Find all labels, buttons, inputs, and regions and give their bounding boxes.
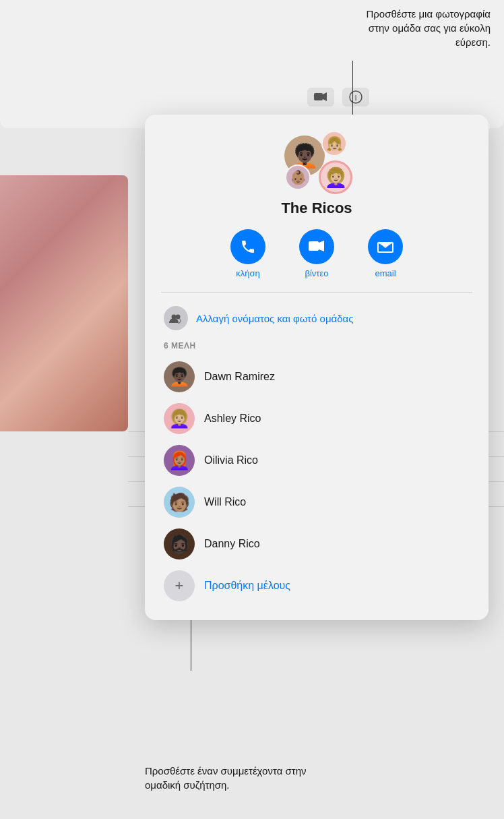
call-button[interactable]: κλήση [230, 229, 265, 278]
member-avatar-oilivia: 👩🏽‍🦰 [164, 445, 195, 476]
change-name-label: Αλλαγή ονόματος και φωτό ομάδας [196, 313, 353, 324]
toolbar: i [307, 88, 369, 107]
member-avatar-danny: 🧔🏿 [164, 528, 195, 559]
member-name-dawn: Dawn Ramirez [204, 371, 275, 383]
group-info-popup: 🧑🏿‍🦱 👧🏼 👶🏽 👩🏼‍🦱 The Ricos κλήση [145, 115, 489, 620]
member-name-will: Will Rico [204, 496, 246, 508]
member-row-danny[interactable]: 🧔🏿 Danny Rico [161, 523, 472, 565]
group-name: The Ricos [161, 200, 472, 217]
avatar-4-highlighted: 👩🏼‍🦱 [319, 160, 352, 194]
call-label: κλήση [236, 268, 259, 278]
add-member-label: Προσθήκη μέλους [204, 580, 290, 592]
svg-text:i: i [354, 92, 357, 102]
avatar-3: 👶🏽 [285, 164, 311, 190]
svg-marker-1 [323, 92, 327, 101]
member-row-oilivia[interactable]: 👩🏽‍🦰 Oilivia Rico [161, 439, 472, 481]
info-button[interactable]: i [342, 88, 369, 107]
group-avatar-cluster: 🧑🏿‍🦱 👧🏼 👶🏽 👩🏼‍🦱 [161, 131, 472, 191]
add-member-icon: + [164, 570, 195, 601]
video-label: βίντεο [305, 268, 328, 278]
video-button[interactable]: βίντεο [299, 229, 334, 278]
member-row-dawn[interactable]: 🧑🏿‍🦱 Dawn Ramirez [161, 356, 472, 398]
email-button[interactable]: email [368, 229, 403, 278]
member-avatar-will: 🧑🏽 [164, 487, 195, 518]
svg-rect-0 [314, 93, 323, 100]
add-member-row[interactable]: + Προσθήκη μέλους [161, 565, 472, 607]
email-icon-circle [368, 229, 403, 264]
video-call-button[interactable] [307, 88, 334, 107]
avatar-cluster-inner: 🧑🏿‍🦱 👧🏼 👶🏽 👩🏼‍🦱 [280, 131, 354, 191]
annotation-bottom: Προσθέστε έναν συμμετέχοντα στην ομαδική… [145, 764, 307, 792]
member-row-ashley[interactable]: 👩🏼‍🦱 Ashley Rico [161, 398, 472, 439]
member-name-danny: Danny Rico [204, 538, 260, 550]
member-row-will[interactable]: 🧑🏽 Will Rico [161, 481, 472, 523]
member-avatar-dawn: 🧑🏿‍🦱 [164, 361, 195, 392]
member-name-oilivia: Oilivia Rico [204, 454, 258, 466]
background-photo [0, 175, 128, 431]
call-icon-circle [230, 229, 265, 264]
annotation-top: Προσθέστε μια φωτογραφία στην ομάδα σας … [356, 7, 491, 49]
avatar-2: 👧🏼 [321, 131, 347, 156]
change-group-name-row[interactable]: Αλλαγή ονόματος και φωτό ομάδας [161, 301, 472, 336]
member-avatar-ashley: 👩🏼‍🦱 [164, 403, 195, 434]
group-icon [164, 306, 188, 330]
action-buttons-row: κλήση βίντεο email [161, 229, 472, 278]
svg-marker-5 [319, 241, 324, 251]
member-name-ashley: Ashley Rico [204, 413, 261, 425]
divider-1 [161, 292, 472, 293]
svg-rect-4 [309, 241, 319, 251]
video-icon-circle [299, 229, 334, 264]
email-label: email [375, 268, 396, 278]
members-count-label: 6 ΜΕΛΗ [161, 341, 472, 351]
